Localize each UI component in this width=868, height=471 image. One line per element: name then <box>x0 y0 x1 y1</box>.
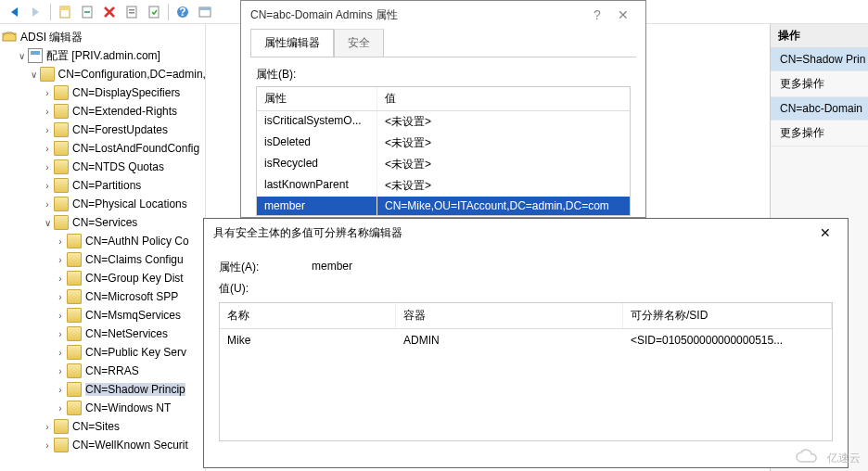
tree-item[interactable]: ›CN=Public Key Serv <box>2 343 205 362</box>
tree-item[interactable]: ›CN=LostAndFoundConfig <box>2 139 205 158</box>
expand-icon[interactable]: › <box>41 88 54 98</box>
help-button[interactable]: ? <box>584 7 610 22</box>
tree-item[interactable]: ›CN=Group Key Dist <box>2 269 205 287</box>
help-icon[interactable]: ? <box>172 2 193 22</box>
attribute-list[interactable]: 属性 值 isCriticalSystemO...<未设置>isDeleted<… <box>256 86 631 216</box>
tree-services[interactable]: ∨ CN=Services <box>2 213 205 232</box>
col-header-name[interactable]: 属性 <box>257 87 377 110</box>
action-item[interactable]: CN=abc-Domain <box>771 97 868 121</box>
expand-icon[interactable]: › <box>41 162 54 172</box>
attribute-row[interactable]: lastKnownParent<未设置> <box>257 175 630 197</box>
tree-item[interactable]: ›CN=ForestUpdates <box>2 121 205 139</box>
svg-text:?: ? <box>179 6 185 19</box>
dialog-titlebar[interactable]: 具有安全主体的多值可分辨名称编辑器 ✕ <box>204 219 848 247</box>
attribute-row[interactable]: memberCN=Mike,OU=ITAccount,DC=admin,DC=c… <box>257 197 630 215</box>
expand-icon[interactable]: › <box>54 329 67 339</box>
dialog-body: 属性(A): member 值(U): 名称 容器 可分辨名称/SID Mike… <box>204 247 848 449</box>
tree-label: ADSI 编辑器 <box>20 30 83 45</box>
tree-item[interactable]: ›CN=Microsoft SPP <box>2 287 205 306</box>
doc2-icon[interactable] <box>77 2 97 22</box>
expand-icon[interactable]: › <box>54 236 67 247</box>
watermark: 亿速云 <box>794 449 861 467</box>
tree-item[interactable]: › CN=Sites <box>2 417 205 436</box>
action-item[interactable]: CN=Shadow Prin <box>771 48 868 71</box>
tree-item[interactable]: ›CN=Shadow Princip <box>2 380 205 399</box>
collapse-icon[interactable]: ∨ <box>15 51 28 61</box>
close-button[interactable]: ✕ <box>812 225 838 240</box>
expand-icon[interactable]: › <box>54 403 67 414</box>
expand-icon[interactable]: › <box>54 385 67 395</box>
tree-item[interactable]: › CN=WellKnown Securit <box>2 436 205 454</box>
col-header-dn[interactable]: 可分辨名称/SID <box>623 303 832 328</box>
attribute-row[interactable]: isCriticalSystemO...<未设置> <box>257 111 630 133</box>
list-row[interactable]: Mike ADMIN <SID=010500000000000515... <box>220 329 832 351</box>
collapse-icon[interactable]: ∨ <box>28 70 40 80</box>
close-button[interactable]: ✕ <box>610 7 636 22</box>
delete-icon[interactable] <box>99 2 120 22</box>
col-header-value[interactable]: 值 <box>377 87 630 110</box>
expand-icon[interactable]: › <box>54 274 67 284</box>
tree-item[interactable]: ›CN=MsmqServices <box>2 306 205 325</box>
watermark-text: 亿速云 <box>827 451 861 466</box>
attr-name: isRecycled <box>257 154 377 175</box>
tree-label: CN=Extended-Rights <box>72 105 177 118</box>
back-icon[interactable] <box>4 2 24 22</box>
expand-icon[interactable]: › <box>41 440 54 451</box>
tree-item[interactable]: ›CN=Partitions <box>2 176 205 195</box>
svg-rect-3 <box>84 11 90 13</box>
tree-label: CN=Physical Locations <box>72 197 187 210</box>
tree-item[interactable]: ›CN=Windows NT <box>2 399 205 417</box>
tree-label: CN=Sites <box>72 420 120 433</box>
tree-label: CN=AuthN Policy Co <box>85 235 189 248</box>
tree-item[interactable]: ›CN=Extended-Rights <box>2 102 205 121</box>
col-header-name[interactable]: 名称 <box>220 303 396 328</box>
tree-item[interactable]: ›CN=NetServices <box>2 325 205 343</box>
col-header-container[interactable]: 容器 <box>396 303 623 328</box>
expand-icon[interactable]: › <box>41 181 54 191</box>
tree-config[interactable]: ∨ 配置 [PRIV.admin.com] <box>2 46 205 65</box>
attr-value: <未设置> <box>377 154 630 175</box>
doc1-icon[interactable] <box>55 2 75 22</box>
attr-value: <未设置> <box>377 175 630 197</box>
tree-item[interactable]: ›CN=Claims Configu <box>2 250 205 269</box>
expand-icon[interactable]: › <box>41 144 54 154</box>
attribute-row[interactable]: isDeleted<未设置> <box>257 133 630 154</box>
tree-root[interactable]: ADSI 编辑器 <box>2 28 205 46</box>
value-label: 值(U): <box>219 281 312 297</box>
action-more[interactable]: 更多操作 <box>771 71 868 97</box>
expand-icon[interactable]: › <box>54 366 67 376</box>
collapse-icon[interactable]: ∨ <box>41 218 54 228</box>
folder-icon <box>54 141 69 156</box>
tree-cn-top[interactable]: ∨ CN=Configuration,DC=admin,DC <box>2 65 205 83</box>
dialog-titlebar[interactable]: CN=abc-Domain Admins 属性 ? ✕ <box>241 1 645 29</box>
tree-item[interactable]: ›CN=AuthN Policy Co <box>2 232 205 250</box>
expand-icon[interactable]: › <box>54 292 67 302</box>
expand-icon[interactable]: › <box>41 199 54 210</box>
forward-icon <box>26 2 46 22</box>
attribute-row[interactable]: isRecycled<未设置> <box>257 154 630 175</box>
action-more[interactable]: 更多操作 <box>771 121 868 146</box>
value-list[interactable]: 名称 容器 可分辨名称/SID Mike ADMIN <SID=01050000… <box>219 302 833 441</box>
expand-icon[interactable]: › <box>54 348 67 358</box>
tab-security[interactable]: 安全 <box>334 29 384 57</box>
expand-icon[interactable]: › <box>41 107 54 117</box>
tree-item[interactable]: ›CN=RRAS <box>2 362 205 380</box>
export-icon[interactable] <box>144 2 164 22</box>
tree-item[interactable]: ›CN=NTDS Quotas <box>2 158 205 176</box>
tree-item[interactable]: ›CN=Physical Locations <box>2 195 205 213</box>
panel-icon[interactable] <box>195 2 215 22</box>
expand-icon[interactable]: › <box>54 311 67 321</box>
tree-label: CN=Claims Configu <box>85 253 184 266</box>
folder-icon <box>67 308 82 323</box>
dialog-title: CN=abc-Domain Admins 属性 <box>250 7 584 23</box>
tree-label: CN=NetServices <box>85 327 168 340</box>
separator-icon <box>168 4 169 20</box>
folder-icon <box>67 252 82 267</box>
cloud-icon <box>794 449 822 467</box>
expand-icon[interactable]: › <box>54 255 67 265</box>
expand-icon[interactable]: › <box>41 422 54 432</box>
doc3-icon[interactable] <box>121 2 142 22</box>
tree-item[interactable]: ›CN=DisplaySpecifiers <box>2 83 205 102</box>
tab-attribute-editor[interactable]: 属性编辑器 <box>250 29 334 57</box>
expand-icon[interactable]: › <box>41 125 54 135</box>
